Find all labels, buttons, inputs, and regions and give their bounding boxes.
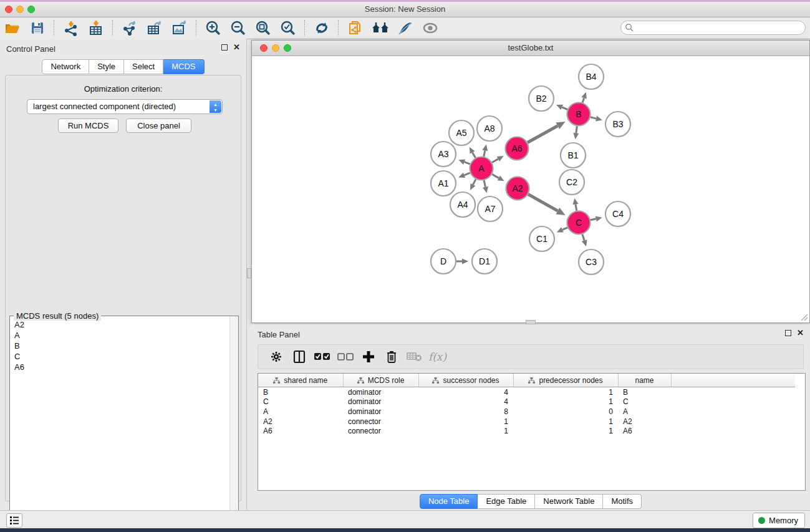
graph-node-A1[interactable]: A1 [431,171,456,196]
graph-node-A8[interactable]: A8 [477,116,502,141]
network-close-button[interactable] [260,44,268,52]
tab-motifs[interactable]: Motifs [603,494,642,509]
network-canvas[interactable]: AA1A2A3A4A5A6A7A8BB1B2B3B4CC1C2C3C4DD1 [252,56,809,322]
zoom-selected-button[interactable] [276,19,301,37]
graph-edge-C-C1[interactable] [562,228,567,230]
graph-edge-A-A2[interactable] [492,174,499,178]
graph-edge-A-A1[interactable] [465,173,470,175]
graph-edge-B-B3[interactable] [591,117,596,118]
table-cell[interactable]: C [258,397,343,407]
table-cell[interactable]: A6 [258,426,343,436]
column-header[interactable]: successor nodes [418,374,513,387]
tab-mcds[interactable]: MCDS [163,59,204,74]
tab-network[interactable]: Network [42,59,89,74]
table-cell[interactable]: 1 [513,387,618,397]
result-item[interactable]: B [11,341,229,351]
close-panel-icon[interactable]: ✕ [233,44,240,51]
graph-edge-A-A7[interactable] [484,180,485,187]
graph-node-A3[interactable]: A3 [431,142,456,167]
graph-node-D1[interactable]: D1 [472,249,497,274]
close-window-button[interactable] [5,6,12,13]
export-image-button[interactable] [167,19,192,37]
graph-node-A7[interactable]: A7 [478,196,503,221]
graph-node-C4[interactable]: C4 [605,201,630,226]
close-panel-button[interactable]: Close panel [126,118,191,133]
graph-edge-B-B2[interactable] [562,107,567,110]
result-item[interactable]: C [11,351,229,362]
network-minimize-button[interactable] [272,44,279,52]
graph-node-A[interactable]: A [470,157,493,180]
minimize-window-button[interactable] [16,6,24,13]
import-network-button[interactable] [59,19,84,37]
table-cell[interactable]: A2 [618,417,671,427]
table-row[interactable]: A2connector11A2 [258,417,795,427]
close-panel-icon[interactable]: ✕ [797,330,804,336]
graph-node-C1[interactable]: C1 [529,226,554,251]
graph-edge-B-B1[interactable] [576,126,577,133]
resize-grip-icon[interactable] [801,314,808,321]
graph-node-A4[interactable]: A4 [450,192,475,217]
table-cell[interactable]: C [618,397,671,407]
tab-network-table[interactable]: Network Table [535,494,603,509]
graph-node-D[interactable]: D [431,249,456,274]
table-row[interactable]: A6connector11A6 [258,426,795,436]
save-session-button[interactable] [25,19,50,37]
table-row[interactable]: Adominator80A [258,407,795,417]
graph-edge-A-A6[interactable] [492,159,498,163]
column-header[interactable]: predecessor nodes [513,374,618,387]
table-cell[interactable]: A6 [618,426,671,436]
import-table-button[interactable] [84,19,108,37]
float-panel-icon[interactable] [221,44,228,51]
tab-style[interactable]: Style [89,59,124,74]
table-cell[interactable]: 1 [513,397,618,407]
table-cell[interactable]: B [258,387,343,397]
result-item[interactable]: A [11,330,229,341]
table-cell[interactable]: 4 [418,387,513,397]
graph-edge-A-A3[interactable] [465,162,470,164]
graph-edge-A-A8[interactable] [484,150,485,157]
zoom-window-button[interactable] [27,6,35,13]
delete-column-button[interactable] [380,346,403,367]
table-cell[interactable]: connector [343,426,418,436]
select-all-columns-button[interactable] [311,346,334,367]
table-cell[interactable]: dominator [343,387,418,397]
graph-node-C2[interactable]: C2 [559,170,584,195]
column-browser-button[interactable] [287,346,311,367]
table-cell[interactable]: A [258,407,343,417]
new-network-from-selection-button[interactable] [343,19,368,37]
graph-edge-A6-B[interactable] [528,126,557,143]
search-input[interactable] [636,22,802,34]
graph-edge-A2-C[interactable] [528,195,557,211]
graph-node-B2[interactable]: B2 [529,86,554,111]
show-graphics-details-button[interactable] [393,19,418,37]
graph-edge-C-C2[interactable] [576,204,577,210]
table-cell[interactable]: A [618,407,671,417]
zoom-in-button[interactable] [201,19,226,37]
tab-edge-table[interactable]: Edge Table [478,494,535,509]
column-header[interactable]: name [618,374,671,387]
panel-divider-grip[interactable] [526,320,536,324]
table-cell[interactable]: 8 [418,407,513,417]
table-cell[interactable]: dominator [343,407,418,417]
graph-node-B4[interactable]: B4 [579,64,604,89]
table-cell[interactable]: 1 [513,426,618,436]
hide-graphics-details-button[interactable] [418,19,443,37]
panel-divider-grip[interactable] [247,268,251,278]
delete-table-button[interactable] [403,346,426,367]
table-cell[interactable]: dominator [343,397,418,407]
memory-button[interactable]: Memory [753,513,805,528]
graph-node-B1[interactable]: B1 [561,143,586,168]
table-settings-button[interactable] [264,346,287,367]
table-cell[interactable]: 1 [418,426,513,436]
table-row[interactable]: Bdominator41B [258,387,795,397]
zoom-fit-button[interactable] [251,19,276,37]
table-cell[interactable]: 1 [513,417,618,427]
table-cell[interactable]: 4 [418,397,513,407]
graph-node-A2[interactable]: A2 [506,177,529,200]
network-list-button[interactable] [6,513,22,528]
column-header[interactable]: shared name [258,374,343,387]
run-mcds-button[interactable]: Run MCDS [58,118,118,133]
tab-node-table[interactable]: Node Table [420,494,478,509]
graph-node-B3[interactable]: B3 [605,112,630,137]
open-file-button[interactable] [0,19,25,37]
